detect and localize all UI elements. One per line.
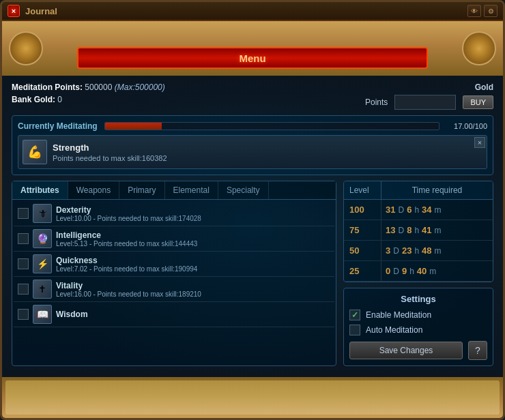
skill-check-dexterity[interactable] (18, 208, 29, 219)
dexterity-info: Dexterity Level:10.00 - Points needed to… (56, 205, 330, 222)
unit-d2: D (398, 226, 404, 235)
tab-primary[interactable]: Primary (119, 181, 164, 199)
skill-row-quickness[interactable]: ⚡ Quickness Level:7.02 - Points needed t… (14, 252, 334, 277)
points-row: Points BUY (365, 95, 493, 110)
auto-meditation-label: Auto Meditation (366, 325, 422, 335)
intelligence-icon: 🔮 (33, 229, 52, 248)
two-col-layout: Attributes Weapons Primary Elemental Spe… (12, 181, 493, 366)
progress-text: 17.00/100 (446, 122, 487, 130)
level-75: 75 (344, 220, 381, 240)
time-values-50: 3 D 23 h 48 m (381, 241, 493, 260)
skill-info: Strength Points needed to max skill:1603… (53, 142, 482, 162)
bank-gold-value: 0 (57, 95, 62, 104)
stats-right: Gold Points BUY (365, 82, 493, 110)
skill-check-quickness[interactable] (18, 258, 29, 269)
stats-row: Meditation Points: 500000 (Max:500000) B… (12, 82, 493, 110)
val-100-d: 31 (386, 205, 395, 215)
gold-row: Gold (475, 82, 493, 92)
val-50-m: 48 (422, 245, 431, 256)
skills-list: 🗡 Dexterity Level:10.00 - Points needed … (12, 200, 336, 365)
progress-bar-fill (105, 123, 162, 130)
scroll-bottom-decor (2, 377, 503, 418)
val-75-m: 41 (422, 225, 431, 235)
val-25-d: 0 (386, 266, 390, 276)
skill-row-dexterity[interactable]: 🗡 Dexterity Level:10.00 - Points needed … (14, 201, 334, 226)
vitality-icon: ✝ (33, 280, 52, 299)
stats-left: Meditation Points: 500000 (Max:500000) B… (12, 82, 365, 107)
skill-close-button[interactable]: × (474, 137, 485, 148)
skill-name: Strength (53, 142, 482, 153)
gold-label: Gold (475, 82, 493, 92)
scroll-top-decor: Menu (2, 21, 503, 76)
skill-check-wisdom[interactable] (18, 309, 29, 320)
meditation-title: Currently Meditating (18, 121, 98, 131)
tab-attributes[interactable]: Attributes (12, 181, 68, 199)
settings-panel: Settings Enable Meditation Auto Meditati… (343, 288, 493, 366)
skill-check-intelligence[interactable] (18, 233, 29, 244)
time-values-25: 0 D 9 h 40 m (381, 261, 493, 281)
meditation-points-line: Meditation Points: 500000 (Max:500000) (12, 82, 365, 92)
th-time: Time required (381, 181, 493, 199)
level-25: 25 (344, 261, 381, 281)
quickness-name: Quickness (56, 256, 330, 265)
unit-m3: m (435, 246, 442, 256)
close-button[interactable]: × (8, 5, 20, 17)
title-bar: × Journal 👁 ⚙ (2, 2, 503, 21)
skills-panel: Attributes Weapons Primary Elemental Spe… (12, 181, 336, 366)
dexterity-icon: 🗡 (33, 204, 52, 223)
time-table: Level Time required 100 31 D 6 h 34 (343, 181, 493, 282)
th-level: Level (344, 181, 381, 199)
tab-elemental[interactable]: Elemental (165, 181, 218, 199)
level-50: 50 (344, 241, 381, 260)
dark-panel: Meditation Points: 500000 (Max:500000) B… (2, 76, 503, 377)
time-row-75: 75 13 D 8 h 41 m (344, 220, 493, 241)
skill-check-vitality[interactable] (18, 284, 29, 295)
dexterity-desc: Level:10.00 - Points needed to max skill… (56, 215, 330, 222)
main-content: Menu Meditation Points: 500000 (Max:5000… (2, 21, 503, 418)
points-input[interactable] (394, 95, 456, 110)
meditation-points-label: Meditation Points: (12, 82, 83, 92)
time-row-50: 50 3 D 23 h 48 m (344, 241, 493, 261)
gear-icon[interactable]: ⚙ (484, 5, 497, 17)
intelligence-info: Intelligence Level:5.13 - Points needed … (56, 230, 330, 247)
val-75-h: 8 (407, 225, 412, 235)
skill-row-intelligence[interactable]: 🔮 Intelligence Level:5.13 - Points neede… (14, 226, 334, 252)
tab-specialty[interactable]: Specialty (218, 181, 269, 199)
meditation-header: Currently Meditating 17.00/100 (18, 121, 487, 131)
skill-row-vitality[interactable]: ✝ Vitality Level:16.00 - Points needed t… (14, 277, 334, 302)
time-row-25: 25 0 D 9 h 40 m (344, 261, 493, 282)
eye-icon[interactable]: 👁 (467, 5, 481, 17)
right-panel: Level Time required 100 31 D 6 h 34 (343, 181, 493, 366)
quickness-icon: ⚡ (33, 254, 52, 273)
menu-bar[interactable]: Menu (77, 47, 428, 69)
help-button[interactable]: ? (468, 341, 487, 360)
time-values-75: 13 D 8 h 41 m (381, 220, 493, 240)
unit-m2: m (435, 226, 442, 235)
enable-meditation-checkbox[interactable] (349, 310, 360, 320)
enable-meditation-label: Enable Meditation (366, 310, 431, 320)
window-title: Journal (25, 6, 57, 16)
settings-title: Settings (349, 294, 487, 304)
unit-m1: m (435, 205, 442, 215)
auto-meditation-checkbox[interactable] (349, 325, 360, 335)
points-label: Points (365, 97, 388, 107)
enable-meditation-row: Enable Meditation (349, 310, 487, 320)
time-row-100: 100 31 D 6 h 34 m (344, 200, 493, 220)
val-100-h: 6 (407, 205, 412, 215)
vitality-desc: Level:16.00 - Points needed to max skill… (56, 290, 330, 298)
save-changes-button[interactable]: Save Changes (349, 342, 463, 359)
val-100-m: 34 (422, 205, 431, 215)
skills-tabs: Attributes Weapons Primary Elemental Spe… (12, 181, 336, 200)
buy-button[interactable]: BUY (463, 95, 493, 109)
bank-gold-line: Bank Gold: 0 (12, 95, 365, 104)
strength-icon: 💪 (23, 140, 47, 164)
time-values-100: 31 D 6 h 34 m (381, 200, 493, 220)
intelligence-name: Intelligence (56, 230, 330, 240)
scroll-ornament-right (462, 31, 496, 65)
unit-d4: D (393, 267, 399, 276)
wisdom-name: Wisdom (56, 310, 330, 319)
unit-d3: D (393, 246, 399, 256)
unit-h2: h (414, 226, 419, 235)
skill-row-wisdom[interactable]: 📖 Wisdom (14, 302, 334, 327)
tab-weapons[interactable]: Weapons (68, 181, 119, 199)
